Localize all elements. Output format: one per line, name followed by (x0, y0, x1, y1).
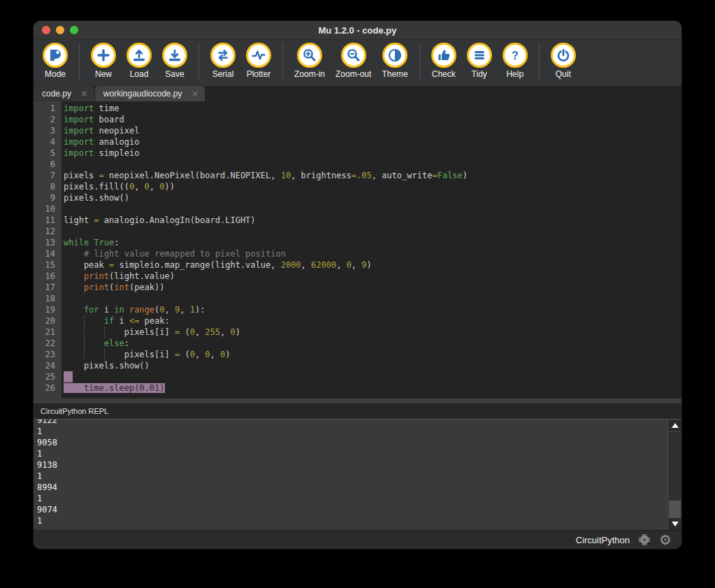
tab-label: code.py (42, 89, 71, 99)
arrow-up-icon (672, 423, 679, 428)
code-token: neopixel.NeoPixel(board.NEOPIXEL, (104, 171, 281, 180)
repl-line: 8994 (37, 482, 668, 493)
line-number: 4 (34, 136, 62, 148)
plotter-label: Plotter (247, 69, 271, 79)
code-line[interactable]: 26 time.sleep(0.01) (34, 382, 681, 394)
tidy-button[interactable]: Tidy (465, 43, 494, 79)
code-line[interactable]: 2import board (34, 114, 681, 125)
code-line[interactable]: 20 if i <= peak: (34, 315, 681, 327)
code-token: import (64, 137, 94, 147)
code-line[interactable]: 25 (34, 371, 681, 382)
tab-workingaudiocode.py[interactable]: workingaudiocode.py× (95, 86, 205, 101)
code-line[interactable]: 19 for i in range(0, 9, 1): (34, 304, 681, 315)
tab-close-icon[interactable]: × (192, 89, 198, 98)
mode-status-label[interactable]: CircuitPython (576, 535, 630, 545)
code-line[interactable]: 24 pixels.show() (34, 360, 681, 371)
code-token: import (64, 126, 94, 136)
scrollbar-thumb[interactable] (669, 501, 681, 517)
repl-line: 9138 (37, 459, 668, 471)
line-text: import analogio (62, 136, 681, 148)
code-token: 0 (145, 182, 150, 192)
code-line[interactable]: 22 else: (34, 338, 681, 349)
quit-button[interactable]: Quit (549, 43, 578, 79)
line-text: import neopixel (62, 125, 681, 136)
line-number: 9 (34, 192, 62, 203)
code-token: 0 (159, 182, 164, 192)
code-token: light (64, 215, 94, 225)
serial-button[interactable]: Serial (208, 43, 238, 79)
code-line[interactable]: 8pixels.fill((0, 0, 0)) (34, 181, 681, 192)
tab-code.py[interactable]: code.py× (34, 86, 94, 101)
load-button[interactable]: Load (124, 43, 154, 79)
code-line[interactable]: 18 (34, 293, 681, 304)
code-line[interactable]: 5import simpleio (34, 148, 681, 159)
line-number: 11 (34, 215, 62, 226)
zoom-out-button[interactable]: Zoom-out (333, 43, 373, 79)
code-line[interactable]: 15 peak = simpleio.map_range(light.value… (34, 259, 681, 271)
plotter-button[interactable]: Plotter (244, 43, 273, 79)
code-token: import (64, 103, 94, 113)
code-line[interactable]: 17 print(int(peak)) (34, 282, 681, 293)
code-line[interactable]: 6 (34, 159, 681, 170)
selection-block (64, 371, 73, 382)
code-line[interactable]: 21 pixels[i] = (0, 255, 0) (34, 327, 681, 338)
quit-label: Quit (556, 69, 571, 79)
help-button[interactable]: ?Help (500, 43, 530, 79)
scroll-down-button[interactable] (668, 517, 681, 530)
code-line[interactable]: 9pixels.show() (34, 192, 681, 203)
theme-button[interactable]: Theme (380, 43, 410, 79)
indent-guide (104, 327, 105, 338)
repl-line: 1 (37, 448, 668, 459)
mode-button[interactable]: Mode (41, 43, 70, 79)
code-line[interactable]: 16 print(light.value) (34, 271, 681, 282)
save-button[interactable]: Save (160, 43, 189, 79)
line-number: 14 (34, 248, 62, 259)
code-line[interactable]: 11light = analogio.AnalogIn(board.LIGHT) (34, 215, 681, 226)
line-text: pixels = neopixel.NeoPixel(board.NEOPIXE… (62, 170, 681, 181)
toolbar-separator (539, 43, 540, 80)
code-token: 0 (190, 327, 195, 337)
line-number: 17 (34, 282, 62, 293)
code-line[interactable]: 13while True: (34, 237, 681, 248)
zoom-in-button[interactable]: Zoom-in (292, 43, 327, 79)
repl-line: 1 (37, 515, 668, 526)
code-line[interactable]: 7pixels = neopixel.NeoPixel(board.NEOPIX… (34, 170, 681, 181)
serial-label: Serial (212, 69, 234, 79)
code-token: ) (367, 260, 372, 270)
code-line[interactable]: 4import analogio (34, 136, 681, 148)
line-number: 22 (34, 338, 62, 349)
line-number: 2 (34, 114, 62, 125)
code-token: 10 (281, 171, 291, 180)
code-line[interactable]: 23 pixels[i] = (0, 0, 0) (34, 349, 681, 360)
repl-output[interactable]: 9122190581913818994190741 (34, 420, 668, 530)
line-number: 3 (34, 125, 62, 136)
mu-editor-window: Mu 1.2.0 - code.py ModeNewLoadSaveSerial… (34, 21, 681, 549)
new-button[interactable]: New (89, 43, 118, 79)
code-line[interactable]: 3import neopixel (34, 125, 681, 136)
repl-pane: 9122190581913818994190741 (34, 419, 681, 530)
check-icon (431, 43, 456, 68)
code-line[interactable]: 10 (34, 203, 681, 215)
zoom-out-icon (341, 43, 366, 68)
check-button[interactable]: Check (429, 43, 458, 79)
code-token: print (84, 271, 109, 281)
scroll-up-button[interactable] (668, 420, 681, 432)
line-number: 6 (34, 159, 62, 170)
code-line[interactable]: 12 (34, 226, 681, 237)
line-text (62, 159, 681, 170)
code-editor[interactable]: 1import time2import board3import neopixe… (34, 101, 681, 399)
repl-pane-title: CircuitPython REPL (34, 403, 681, 419)
code-token: , (336, 260, 346, 270)
device-chip-icon[interactable] (639, 534, 650, 545)
tab-close-icon[interactable]: × (81, 89, 87, 98)
code-token: time.sleep(0.01) (64, 383, 165, 393)
repl-line: 9058 (37, 437, 668, 448)
code-token: pixels.fill(( (64, 182, 129, 192)
pane-splitter[interactable] (34, 399, 681, 403)
code-line[interactable]: 14 # light value remapped to pixel posit… (34, 248, 681, 259)
toolbar-separator (198, 43, 199, 80)
code-line[interactable]: 1import time (34, 103, 681, 114)
load-icon (127, 43, 152, 68)
code-token: pixels[i] (64, 327, 175, 337)
settings-gear-icon[interactable]: ⚙ (659, 534, 672, 545)
